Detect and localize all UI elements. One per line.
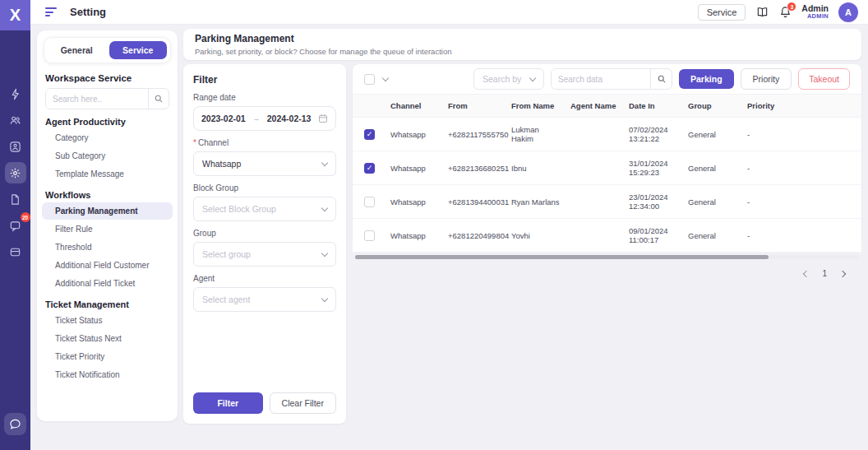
users-icon[interactable]: [5, 109, 26, 131]
nav-item-template-message[interactable]: Template Message: [42, 165, 173, 183]
clear-filter-button[interactable]: Clear Filter: [270, 392, 336, 414]
cell-priority: -: [742, 219, 861, 253]
column-from: From: [443, 95, 506, 118]
app-logo[interactable]: X: [0, 0, 30, 30]
chat-icon[interactable]: 20: [5, 215, 26, 236]
select-all-checkbox[interactable]: [364, 74, 375, 85]
search-data-input[interactable]: [552, 69, 650, 89]
cell-agent-name: [566, 219, 624, 253]
column-agent-name: Agent Name: [566, 95, 624, 118]
table-row[interactable]: Whatsapp +6281394400031 Ryan Marlans 23/…: [353, 185, 861, 219]
nav-item-category[interactable]: Category: [42, 129, 173, 146]
cell-channel: Whatsapp: [386, 219, 443, 253]
takeout-button[interactable]: Takeout: [798, 68, 850, 90]
prev-page-button[interactable]: [803, 270, 810, 276]
tab-service[interactable]: Service: [109, 41, 168, 59]
cell-from-name: Yovhi: [506, 219, 566, 253]
cell-priority: -: [742, 185, 861, 219]
row-checkbox[interactable]: [364, 197, 375, 207]
search-data-group: [551, 68, 672, 90]
row-checkbox[interactable]: [364, 230, 375, 241]
chevron-down-icon: [321, 249, 328, 256]
tab-general[interactable]: General: [48, 41, 106, 59]
section-subtitle: Parking, set priority, or block? Choose …: [195, 47, 850, 56]
nav-item-ticket-status[interactable]: Ticket Status: [42, 312, 173, 329]
chat-count-badge: 20: [21, 212, 30, 222]
cell-from: +6281394400031: [443, 185, 506, 219]
column-group: Group: [683, 95, 742, 118]
cell-group: General: [683, 219, 742, 253]
priority-button[interactable]: Priority: [741, 68, 792, 90]
cell-date-in: 07/02/2024 13:21:22: [624, 118, 683, 151]
agent-select[interactable]: Select agent: [193, 287, 336, 312]
search-by-select[interactable]: Search by: [473, 68, 544, 90]
date-arrow: →: [252, 114, 260, 123]
file-icon[interactable]: [5, 188, 26, 210]
group-placeholder: Select group: [202, 249, 251, 259]
filter-title: Filter: [193, 74, 336, 86]
block-group-select[interactable]: Select Block Group: [193, 197, 336, 221]
table-row[interactable]: Whatsapp +6282136680251 Ibnu 31/01/2024 …: [353, 151, 861, 185]
block-group-placeholder: Select Block Group: [202, 204, 276, 214]
bulk-action-chevron-icon[interactable]: [382, 74, 389, 81]
sidebar-icon-menu: 20: [0, 83, 30, 262]
table-row[interactable]: Whatsapp +6281220499804 Yovhi 09/01/2024…: [353, 219, 861, 253]
cell-from-name: Lukman Hakim: [506, 118, 566, 151]
search-icon[interactable]: [650, 69, 672, 89]
search-icon[interactable]: [148, 89, 169, 109]
nav-search-input[interactable]: [46, 89, 148, 109]
nav-item-filter-rule[interactable]: Filter Rule: [42, 220, 173, 238]
required-mark: *: [193, 138, 196, 147]
nav-item-ticket-notification[interactable]: Ticket Notification: [42, 366, 173, 383]
agent-label: Agent: [193, 274, 336, 283]
group-select[interactable]: Select group: [193, 242, 336, 267]
channel-select[interactable]: Whatsapp: [193, 151, 336, 176]
date-to-value: 2024-02-13: [267, 114, 312, 123]
filter-panel: Filter Range date 2023-02-01 → 2024-02-1…: [183, 64, 346, 424]
page-number[interactable]: 1: [822, 269, 827, 278]
nav-item-ticket-priority[interactable]: Ticket Priority: [42, 348, 173, 365]
filter-apply-button[interactable]: Filter: [193, 392, 263, 414]
support-chat-button[interactable]: [4, 413, 26, 435]
calendar-icon: [318, 114, 328, 123]
cell-group: General: [683, 151, 742, 185]
cell-from: +6281220499804: [443, 219, 506, 253]
nav-item-parking-management[interactable]: Parking Management: [42, 202, 173, 220]
book-icon[interactable]: [755, 6, 769, 18]
row-checkbox[interactable]: [364, 129, 375, 140]
bolt-icon[interactable]: [5, 83, 26, 104]
cell-channel: Whatsapp: [386, 151, 443, 185]
bell-icon[interactable]: 3: [779, 6, 792, 18]
nav-item-threshold[interactable]: Threshold: [42, 239, 173, 256]
nav-item-additional-field-customer[interactable]: Additional Field Customer: [42, 257, 173, 274]
date-range-input[interactable]: 2023-02-01 → 2024-02-13: [193, 106, 336, 131]
app-sidebar: X 20: [0, 0, 30, 450]
column-from-name: From Name: [506, 95, 566, 118]
cell-from: +6282136680251: [443, 151, 506, 185]
checkbox-column-header: [353, 95, 386, 118]
avatar[interactable]: A: [838, 2, 858, 22]
service-selector-button[interactable]: Service: [698, 4, 746, 21]
box-icon[interactable]: [5, 241, 26, 262]
column-priority: Priority: [742, 95, 861, 118]
user-role: ADMIN: [801, 13, 829, 20]
group-label: Group: [193, 229, 336, 238]
parking-button[interactable]: Parking: [679, 69, 734, 89]
notification-badge: 3: [787, 2, 796, 12]
nav-item-sub-category[interactable]: Sub Category: [42, 147, 173, 165]
pagination: 1: [353, 259, 861, 278]
next-page-button[interactable]: [839, 270, 846, 276]
gear-icon[interactable]: [5, 162, 26, 183]
filter-actions: Filter Clear Filter: [193, 392, 336, 414]
block-group-label: Block Group: [193, 183, 336, 193]
menu-icon[interactable]: [45, 7, 57, 16]
table-row[interactable]: Whatsapp +6282117555750 Lukman Hakim 07/…: [353, 118, 861, 151]
row-checkbox[interactable]: [364, 163, 375, 174]
cell-agent-name: [566, 151, 624, 185]
search-by-placeholder: Search by: [482, 74, 521, 84]
user-info[interactable]: Admin ADMIN: [801, 4, 829, 21]
contact-icon[interactable]: [5, 136, 26, 157]
nav-item-ticket-status-next[interactable]: Ticket Status Next: [42, 330, 173, 347]
chevron-down-icon: [529, 74, 536, 81]
nav-item-additional-field-ticket[interactable]: Additional Field Ticket: [42, 275, 173, 292]
